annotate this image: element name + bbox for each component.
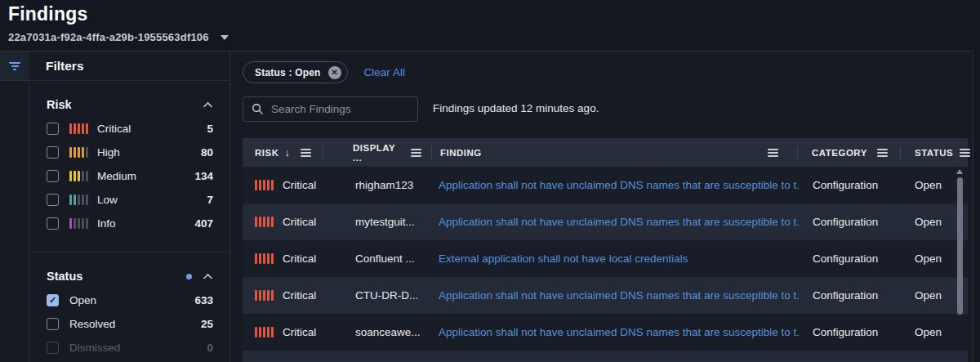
page-header: Findings 22a7031a-f92a-4ffa-a29b-1955563… — [0, 0, 980, 51]
column-label: DISPLAY ... — [353, 143, 403, 163]
search-box[interactable] — [243, 96, 418, 122]
table-row[interactable]: Critical CTU-DR-D... Application shall n… — [243, 277, 968, 314]
column-menu-icon[interactable] — [411, 149, 421, 157]
column-header-risk[interactable]: RISK ↓ — [243, 138, 323, 167]
column-menu-icon[interactable] — [301, 149, 311, 157]
scope-selector[interactable]: 22a7031a-f92a-4ffa-a29b-1955563df106 — [8, 31, 980, 43]
filter-item-high[interactable]: High 80 — [47, 141, 213, 164]
table-row[interactable]: Critical soanceawe... Application shall … — [243, 314, 968, 351]
filter-count: 633 — [194, 294, 213, 306]
findings-panel: Filters Risk Critical 5 High — [0, 51, 973, 362]
column-menu-icon[interactable] — [768, 149, 778, 157]
column-label: STATUS — [915, 148, 953, 158]
severity-medium-icon — [69, 171, 88, 181]
findings-table: RISK ↓ DISPLAY ... FINDING CATEGORY — [243, 138, 968, 362]
risk-section-title: Risk — [47, 98, 72, 111]
filter-item-info[interactable]: Info 407 — [47, 212, 213, 235]
filter-item-resolved[interactable]: Resolved 25 — [47, 312, 213, 336]
filter-count: 0 — [207, 342, 213, 354]
low-checkbox[interactable] — [47, 194, 59, 206]
severity-critical-icon — [69, 123, 88, 134]
medium-checkbox[interactable] — [47, 170, 59, 182]
page-title: Findings — [8, 3, 980, 25]
risk-label: Critical — [283, 216, 316, 228]
finding-link[interactable]: External application shall not have loca… — [439, 253, 688, 265]
finding-link[interactable]: Application shall not have unclaimed DNS… — [439, 289, 799, 302]
finding-link[interactable]: Application shall not have unclaimed DNS… — [439, 179, 799, 191]
filter-label: Low — [97, 194, 118, 206]
search-input[interactable] — [271, 103, 409, 115]
sort-desc-arrow-icon[interactable]: ↓ — [284, 146, 290, 159]
info-checkbox[interactable] — [47, 217, 59, 230]
table-row[interactable]: Critical Confluent ... External applicat… — [243, 240, 968, 277]
table-scrollbar[interactable] — [956, 169, 963, 362]
severity-critical-icon — [255, 180, 274, 190]
chevron-down-icon[interactable] — [220, 35, 229, 40]
active-filter-dot — [186, 274, 192, 279]
table-row[interactable]: Critical rhigham123 Application shall no… — [243, 167, 968, 203]
risk-label: Critical — [283, 326, 316, 338]
collapse-status-chevron-up-icon[interactable] — [203, 273, 213, 279]
left-icon-rail — [0, 51, 29, 362]
severity-low-icon — [69, 194, 88, 205]
column-header-category[interactable]: CATEGORY — [798, 138, 900, 167]
column-header-display-name[interactable]: DISPLAY ... — [323, 138, 431, 167]
filter-item-dismissed: Dismissed 0 — [47, 336, 213, 360]
filter-label: Open — [69, 294, 96, 306]
table-body: Critical rhigham123 Application shall no… — [243, 167, 968, 362]
severity-info-icon — [69, 218, 88, 229]
remove-filter-icon[interactable]: ✕ — [328, 66, 341, 79]
main-content: Status : Open ✕ Clear All Findings updat… — [230, 51, 973, 362]
display-name-cell: rhigham123 — [323, 179, 430, 191]
high-checkbox[interactable] — [47, 146, 59, 159]
table-header-row: RISK ↓ DISPLAY ... FINDING CATEGORY — [243, 138, 968, 167]
severity-critical-icon — [255, 217, 274, 227]
filter-item-medium[interactable]: Medium 134 — [47, 164, 213, 188]
filters-title: Filters — [30, 51, 229, 81]
filter-label: Resolved — [69, 318, 115, 330]
search-icon — [252, 103, 264, 115]
column-header-status[interactable]: STATUS — [901, 138, 968, 167]
filter-label: Medium — [97, 170, 136, 182]
open-checkbox[interactable]: ✓ — [47, 294, 59, 306]
risk-label: Critical — [283, 253, 316, 265]
filter-count: 7 — [207, 194, 213, 206]
severity-high-icon — [69, 147, 88, 158]
clear-all-link[interactable]: Clear All — [364, 66, 405, 78]
finding-link[interactable]: Application shall not have unclaimed DNS… — [439, 216, 799, 228]
filter-funnel-icon — [9, 62, 20, 70]
display-name-cell: Confluent ... — [323, 253, 430, 265]
column-label: RISK — [255, 148, 278, 158]
category-cell: Configuration — [799, 179, 901, 191]
column-header-finding[interactable]: FINDING — [432, 138, 797, 167]
filter-label: Critical — [97, 123, 131, 135]
severity-critical-icon — [255, 327, 274, 337]
status-section-title: Status — [47, 270, 82, 283]
filter-chip-status-open[interactable]: Status : Open ✕ — [243, 61, 348, 83]
filters-sidebar: Filters Risk Critical 5 High — [30, 51, 230, 362]
filter-label: Info — [97, 217, 116, 230]
table-row[interactable]: Critical mytestguit... Application shall… — [243, 203, 968, 240]
column-label: FINDING — [440, 148, 482, 158]
filter-item-low[interactable]: Low 7 — [47, 188, 213, 212]
category-cell: Configuration — [799, 216, 901, 228]
risk-label: Critical — [283, 289, 316, 302]
category-cell: Configuration — [799, 289, 901, 302]
filter-toggle-button[interactable] — [0, 51, 29, 81]
critical-checkbox[interactable] — [47, 123, 59, 135]
filter-item-critical[interactable]: Critical 5 — [47, 117, 213, 141]
partial-next-row — [243, 351, 968, 362]
resolved-checkbox[interactable] — [47, 318, 59, 330]
column-menu-icon[interactable] — [877, 149, 888, 157]
scroll-up-arrow-icon[interactable] — [956, 169, 963, 174]
scrollbar-thumb[interactable] — [957, 177, 963, 315]
collapse-risk-chevron-up-icon[interactable] — [203, 101, 213, 108]
filter-label: Dismissed — [69, 342, 120, 354]
category-cell: Configuration — [799, 326, 901, 338]
column-menu-icon[interactable] — [960, 149, 970, 157]
applied-filters-bar: Status : Open ✕ Clear All — [243, 61, 405, 83]
filter-item-open[interactable]: ✓ Open 633 — [47, 288, 213, 312]
filter-label: High — [97, 146, 120, 159]
filter-count: 407 — [194, 217, 213, 230]
finding-link[interactable]: Application shall not have unclaimed DNS… — [439, 326, 799, 338]
